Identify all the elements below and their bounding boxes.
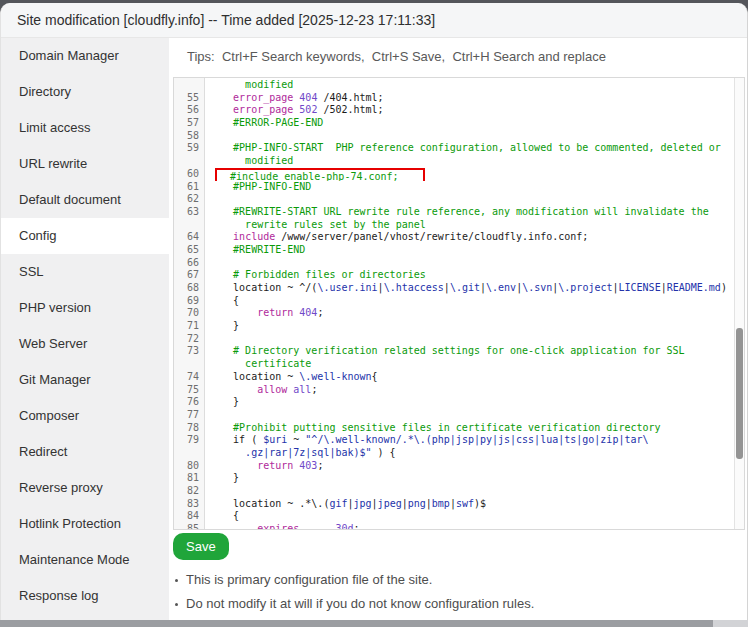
line-number: 63	[174, 206, 205, 219]
code-line: error_page 502 /502.html;	[205, 104, 733, 117]
code-row: 64 include /www/server/panel/vhost/rewri…	[174, 231, 733, 244]
line-number: 60	[174, 168, 205, 181]
sidebar-item-limit-access[interactable]: Limit access	[1, 110, 169, 146]
line-number: 79	[174, 434, 205, 447]
sidebar-item-composer[interactable]: Composer	[1, 398, 169, 434]
code-line: modified	[205, 79, 733, 92]
line-number: 72	[174, 333, 205, 346]
code-line: #Prohibit putting sensitive files in cer…	[205, 422, 733, 435]
code-line: if ( $uri ~ "^/\.well-known/.*\.(php|jsp…	[205, 434, 733, 447]
sidebar-item-php-version[interactable]: PHP version	[1, 290, 169, 326]
save-button[interactable]: Save	[173, 533, 229, 560]
code-row: rewrite rules set by the panel	[174, 219, 733, 232]
code-line: #ERROR-PAGE-END	[205, 117, 733, 130]
code-row: 68 location ~ ^/(\.user.ini|\.htaccess|\…	[174, 282, 733, 295]
code-row: 60#include enable-php-74.conf;	[174, 168, 733, 181]
code-line	[205, 333, 733, 346]
line-number: 55	[174, 92, 205, 105]
notes-list: This is primary configuration file of th…	[175, 572, 534, 620]
code-row: 66	[174, 257, 733, 270]
editor-tips: Tips: Ctrl+F Search keywords, Ctrl+S Sav…	[187, 49, 606, 64]
site-modification-dialog: Site modification [cloudfly.info] -- Tim…	[0, 3, 748, 620]
sidebar-item-ssl[interactable]: SSL	[1, 254, 169, 290]
code-row: 80 return 403;	[174, 460, 733, 473]
line-number: 66	[174, 257, 205, 270]
code-row: 58	[174, 130, 733, 143]
sidebar-item-reverse-proxy[interactable]: Reverse proxy	[1, 470, 169, 506]
line-number	[174, 155, 205, 168]
line-number: 61	[174, 181, 205, 194]
editor-scrollbar-thumb[interactable]	[736, 328, 743, 459]
code-line: allow all;	[205, 384, 733, 397]
code-row: 85 expires 30d;	[174, 523, 733, 530]
sidebar-item-config[interactable]: Config	[1, 218, 169, 254]
code-line: location ~ .*\.(gif|jpg|jpeg|png|bmp|swf…	[205, 498, 733, 511]
line-number: 64	[174, 231, 205, 244]
code-line	[205, 130, 733, 143]
line-number	[174, 219, 205, 232]
code-row: 61 #PHP-INFO-END	[174, 181, 733, 194]
code-line: return 404;	[205, 307, 733, 320]
code-line: #PHP-INFO-END	[205, 181, 733, 194]
line-number: 76	[174, 396, 205, 409]
sidebar-item-redirect[interactable]: Redirect	[1, 434, 169, 470]
code-line: error_page 404 /404.html;	[205, 92, 733, 105]
sidebar-item-git-manager[interactable]: Git Manager	[1, 362, 169, 398]
code-row: modified	[174, 155, 733, 168]
code-line	[205, 257, 733, 270]
line-number: 57	[174, 117, 205, 130]
line-number	[174, 79, 205, 92]
sidebar: Domain ManagerDirectoryLimit accessURL r…	[1, 38, 169, 620]
page-horizontal-scrollbar[interactable]	[0, 620, 748, 627]
code-line: #REWRITE-START URL rewrite rule referenc…	[205, 206, 733, 219]
sidebar-item-url-rewrite[interactable]: URL rewrite	[1, 146, 169, 182]
code-line: modified	[205, 155, 733, 168]
main-panel: Tips: Ctrl+F Search keywords, Ctrl+S Sav…	[169, 38, 747, 620]
code-line: expires 30d;	[205, 523, 733, 530]
sidebar-item-domain-manager[interactable]: Domain Manager	[1, 38, 169, 74]
dialog-titlebar: Site modification [cloudfly.info] -- Tim…	[1, 3, 747, 38]
code-row: 83 location ~ .*\.(gif|jpg|jpeg|png|bmp|…	[174, 498, 733, 511]
line-number: 85	[174, 523, 205, 530]
code-row: 74 location ~ \.well-known{	[174, 371, 733, 384]
config-code-editor[interactable]: modified55 error_page 404 /404.html;56 e…	[173, 77, 745, 530]
code-row: 77	[174, 409, 733, 422]
line-number: 78	[174, 422, 205, 435]
line-number	[174, 447, 205, 460]
line-number: 68	[174, 282, 205, 295]
line-number: 73	[174, 345, 205, 358]
code-line	[205, 193, 733, 206]
code-row: modified	[174, 79, 733, 92]
line-number: 67	[174, 269, 205, 282]
line-number: 62	[174, 193, 205, 206]
note-item: This is primary configuration file of th…	[175, 572, 534, 587]
code-row: 76 }	[174, 396, 733, 409]
code-row: 79 if ( $uri ~ "^/\.well-known/.*\.(php|…	[174, 434, 733, 447]
note-item: Do not modify it at will if you do not k…	[175, 596, 534, 611]
line-number: 65	[174, 244, 205, 257]
code-row: 55 error_page 404 /404.html;	[174, 92, 733, 105]
sidebar-item-default-document[interactable]: Default document	[1, 182, 169, 218]
code-row: 69 {	[174, 295, 733, 308]
page-horizontal-scrollbar-thumb[interactable]	[0, 620, 713, 627]
sidebar-item-response-log[interactable]: Response log	[1, 578, 169, 614]
sidebar-item-maintenance-mode[interactable]: Maintenance Mode	[1, 542, 169, 578]
code-lines: modified55 error_page 404 /404.html;56 e…	[174, 79, 733, 530]
code-row: 81 }	[174, 472, 733, 485]
sidebar-item-directory[interactable]: Directory	[1, 74, 169, 110]
code-line: #PHP-INFO-START PHP reference configurat…	[205, 142, 733, 155]
sidebar-item-hotlink-protection[interactable]: Hotlink Protection	[1, 506, 169, 542]
code-row: 71 }	[174, 320, 733, 333]
code-line: location ~ \.well-known{	[205, 371, 733, 384]
line-number: 59	[174, 142, 205, 155]
highlighted-include-php-box: #include enable-php-74.conf;	[215, 168, 425, 181]
line-number: 74	[174, 371, 205, 384]
sidebar-item-web-server[interactable]: Web Server	[1, 326, 169, 362]
line-number: 71	[174, 320, 205, 333]
editor-vertical-scrollbar[interactable]	[734, 78, 744, 529]
code-line: }	[205, 472, 733, 485]
line-number: 58	[174, 130, 205, 143]
line-number: 77	[174, 409, 205, 422]
code-row: 62	[174, 193, 733, 206]
code-line: }	[205, 396, 733, 409]
